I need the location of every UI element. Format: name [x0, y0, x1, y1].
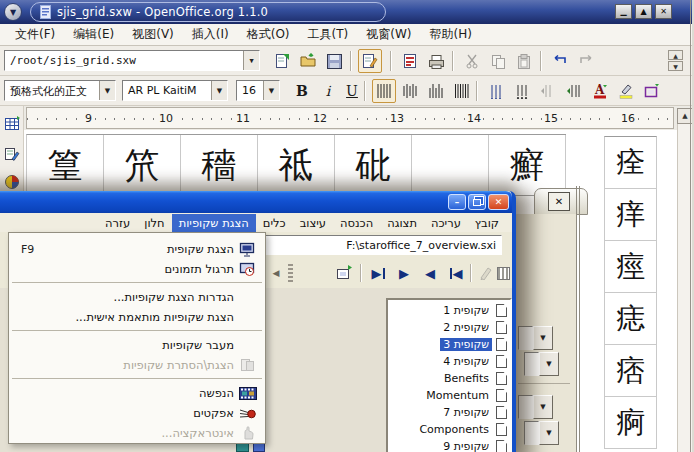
impress-minimize-button[interactable]: –	[448, 194, 466, 210]
insert-fields-button[interactable]	[0, 142, 24, 166]
menu-item-slide-show-settings[interactable]: הגדרות הצגת שקופיות...	[9, 287, 265, 307]
menu-window[interactable]: חלון	[137, 214, 171, 232]
menu-item-animation[interactable]: הנפשה	[9, 383, 265, 403]
edit-file-button[interactable]	[358, 49, 382, 73]
maximize-button[interactable]: ▲	[635, 4, 652, 19]
underline-button[interactable]: U	[340, 79, 364, 103]
font-size-value[interactable]: 16	[237, 81, 263, 100]
dropdown-icon[interactable]: ▼	[539, 421, 559, 445]
menu-item-slide-show[interactable]: הצגת שקופית F9	[9, 239, 265, 259]
menu-slideshow[interactable]: הצגת שקופיות	[172, 214, 256, 232]
align-bottom-button[interactable]	[424, 79, 448, 103]
slide-list-item[interactable]: שקופית 9	[391, 438, 507, 452]
bold-button[interactable]: B	[290, 79, 314, 103]
dropdown-icon[interactable]: ▼	[533, 326, 553, 350]
impress-close-button[interactable]: ✕	[488, 194, 509, 210]
menu-item-effects[interactable]: אפקטים	[9, 403, 265, 423]
slide-list-item[interactable]: שקופית 1	[391, 302, 507, 319]
highlighting-button[interactable]	[614, 79, 638, 103]
menu-file[interactable]: קובץ	[468, 214, 506, 232]
menu-item-custom-slide-show[interactable]: הצגת שקופיות מותאמת אישית...	[9, 307, 265, 327]
writer-titlebar[interactable]: ▼ sjis_grid.sxw - OpenOffice.org 1.1.0 ▁…	[0, 0, 694, 24]
undo-button[interactable]	[548, 49, 572, 73]
menu-item-rehearse-timings[interactable]: תרגול תזמונים	[9, 259, 265, 279]
font-dropdown-icon[interactable]: ▼	[211, 81, 227, 100]
fragment-close-button[interactable]: ✕	[548, 192, 570, 211]
decrease-indent-button[interactable]	[536, 79, 560, 103]
paragraph-style-value[interactable]: 预格式化的正文	[5, 81, 99, 100]
slide-list-item[interactable]: שקופית 4	[391, 353, 507, 370]
menu-format[interactable]: 格式(O)	[238, 24, 299, 45]
last-slide-button[interactable]: ▶	[366, 261, 390, 285]
copy-button[interactable]	[486, 49, 510, 73]
previous-slide-button[interactable]: ◀	[418, 261, 442, 285]
menu-edit[interactable]: 编辑(E)	[64, 24, 123, 45]
menu-insert[interactable]: 插入(I)	[183, 24, 238, 45]
bullets-button[interactable]	[510, 79, 534, 103]
slide-list-panel[interactable]: שקופית 1 שקופית 2 שקופית 3 שקופית 4 Bene…	[386, 298, 512, 452]
fragment-combobox[interactable]: ▼	[518, 326, 555, 350]
fragment-combobox[interactable]: ▼	[518, 395, 555, 419]
increase-indent-button[interactable]	[562, 79, 586, 103]
fragment-combobox[interactable]: ▼	[524, 421, 561, 445]
spin-up-icon[interactable]: ▲	[668, 50, 683, 60]
style-dropdown-icon[interactable]: ▼	[99, 81, 115, 100]
slide-list-item[interactable]: שקופית 7	[391, 404, 507, 421]
export-pdf-button[interactable]	[398, 49, 422, 73]
menu-item-interaction[interactable]: אינטראקציה...	[9, 423, 265, 443]
spin-down-icon[interactable]: ▼	[668, 61, 683, 71]
toolbar-collapse-icon[interactable]: ◀	[270, 261, 282, 285]
close-button[interactable]: ✕	[655, 4, 672, 19]
slide-list-item-selected[interactable]: שקופית 3	[391, 336, 507, 353]
background-color-button[interactable]	[640, 79, 664, 103]
toolbar-drag-handle[interactable]	[288, 264, 293, 282]
minimize-button[interactable]: ▁	[615, 4, 632, 19]
slide-list-item[interactable]: שקופית 2	[391, 319, 507, 336]
dither-grid-button[interactable]	[494, 261, 512, 285]
redo-button[interactable]	[574, 49, 598, 73]
font-name-value[interactable]: AR PL KaitiM	[123, 81, 211, 100]
url-combobox[interactable]: /root/sjis_grid.sxw ▼	[4, 50, 260, 71]
font-color-button[interactable]: A	[588, 79, 612, 103]
menu-insert[interactable]: הכנסה	[333, 214, 380, 232]
dropdown-icon[interactable]: ▼	[533, 395, 553, 419]
impress-restore-button[interactable]	[468, 194, 486, 210]
save-button[interactable]	[322, 49, 346, 73]
font-size-combobox[interactable]: 16 ▼	[236, 80, 280, 101]
font-name-combobox[interactable]: AR PL KaitiM ▼	[122, 80, 228, 101]
align-center-button[interactable]	[398, 79, 422, 103]
slide-list-item[interactable]: Components	[391, 421, 507, 438]
paragraph-style-combobox[interactable]: 预格式化的正文 ▼	[4, 80, 116, 101]
menu-view[interactable]: 视图(V)	[123, 24, 183, 45]
print-button[interactable]	[424, 49, 448, 73]
paste-button[interactable]	[512, 49, 536, 73]
align-top-button[interactable]	[372, 79, 396, 103]
slide-list-item[interactable]: Benefits	[391, 370, 507, 387]
cut-button[interactable]	[460, 49, 484, 73]
menu-help[interactable]: 帮助(H)	[420, 24, 480, 45]
first-slide-button[interactable]: ◀	[444, 261, 468, 285]
menu-edit[interactable]: עריכה	[424, 214, 468, 232]
toolbar-overflow-spinner[interactable]: ▲ ▼	[668, 50, 683, 71]
window-menu-button[interactable]: ▼	[4, 3, 22, 21]
open-button[interactable]	[296, 49, 320, 73]
url-dropdown-icon[interactable]: ▼	[243, 51, 259, 70]
menu-item-slide-transition[interactable]: מעבר שקופיות	[9, 335, 265, 355]
menu-help[interactable]: עזרה	[98, 214, 137, 232]
fragment-combobox[interactable]: ▼	[524, 352, 561, 376]
numbering-button[interactable]	[484, 79, 508, 103]
menu-view[interactable]: תצוגה	[380, 214, 424, 232]
menu-item-show-hide-slide[interactable]: הצגת\הסתרת שקופיות	[9, 355, 265, 375]
menu-format[interactable]: עיצוב	[293, 214, 333, 232]
dropdown-icon[interactable]: ▼	[539, 352, 559, 376]
horizontal-ruler[interactable]: 9 10 11 12 13 14 15 16	[26, 107, 674, 129]
next-slide-button[interactable]: ▶	[392, 261, 416, 285]
insert-slide-button[interactable]	[332, 261, 356, 285]
justify-button[interactable]	[450, 79, 474, 103]
impress-titlebar[interactable]: – ✕	[0, 191, 512, 213]
insert-table-button[interactable]	[0, 112, 24, 136]
url-value[interactable]: /root/sjis_grid.sxw	[5, 51, 243, 70]
menu-file[interactable]: 文件(F)	[6, 24, 64, 45]
menu-tools[interactable]: כלים	[256, 214, 293, 232]
slide-list-item[interactable]: Momentum	[391, 387, 507, 404]
